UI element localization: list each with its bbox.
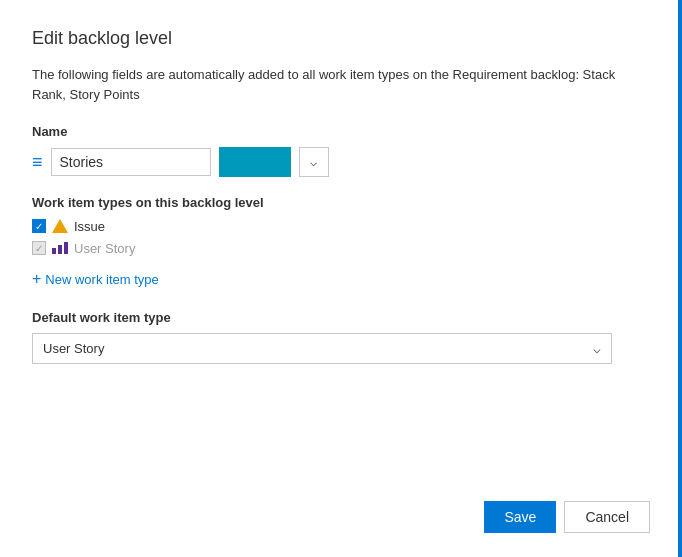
color-dropdown-button[interactable]: ⌵ <box>299 147 329 177</box>
userstory-label: User Story <box>74 241 135 256</box>
dialog-footer: Save Cancel <box>32 477 650 533</box>
plus-icon: + <box>32 270 41 288</box>
name-input[interactable] <box>51 148 211 176</box>
default-type-value: User Story <box>43 341 104 356</box>
work-item-issue-row: Issue <box>32 218 650 234</box>
drag-icon: ≡ <box>32 152 43 173</box>
cancel-button[interactable]: Cancel <box>564 501 650 533</box>
name-label: Name <box>32 124 650 139</box>
color-picker-button[interactable] <box>219 147 291 177</box>
dropdown-chevron-icon: ⌵ <box>593 341 601 356</box>
edit-backlog-dialog: Edit backlog level The following fields … <box>0 0 682 557</box>
work-items-label: Work item types on this backlog level <box>32 195 650 210</box>
add-new-work-item-link[interactable]: + New work item type <box>32 270 650 288</box>
issue-checkbox[interactable] <box>32 219 46 233</box>
issue-icon <box>52 218 68 234</box>
accent-bar <box>678 0 682 557</box>
work-item-userstory-row: User Story <box>32 240 650 256</box>
dialog-title: Edit backlog level <box>32 28 650 49</box>
add-new-label: New work item type <box>45 272 158 287</box>
issue-label: Issue <box>74 219 105 234</box>
default-type-dropdown[interactable]: User Story ⌵ <box>32 333 612 364</box>
info-text: The following fields are automatically a… <box>32 65 650 104</box>
chevron-down-icon: ⌵ <box>310 155 317 169</box>
default-type-label: Default work item type <box>32 310 650 325</box>
name-row: ≡ ⌵ <box>32 147 650 177</box>
work-items-section: Work item types on this backlog level Is… <box>32 195 650 262</box>
userstory-checkbox[interactable] <box>32 241 46 255</box>
save-button[interactable]: Save <box>484 501 556 533</box>
userstory-icon <box>52 240 68 256</box>
